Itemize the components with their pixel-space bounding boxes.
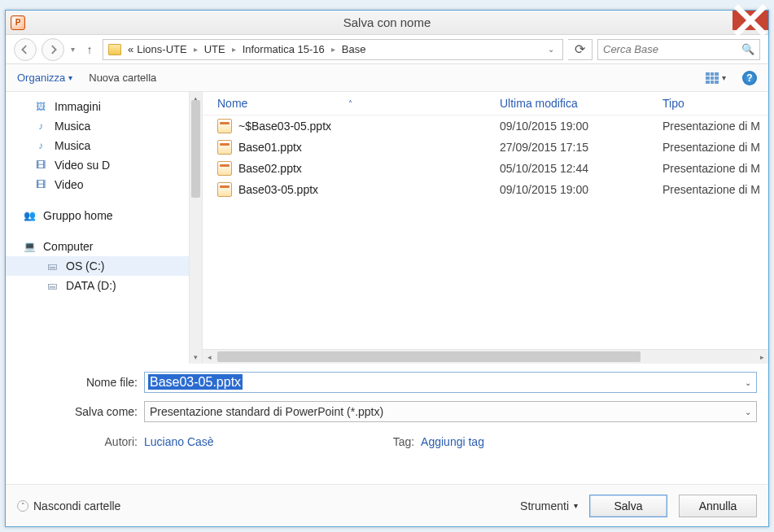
saveas-label: Salva come: [17, 405, 144, 418]
scroll-left-icon[interactable]: ◂ [203, 353, 216, 361]
tag-label: Tag: [393, 435, 421, 448]
save-button[interactable]: Salva [589, 495, 667, 517]
help-icon: ? [746, 72, 752, 84]
close-button[interactable] [732, 11, 768, 30]
chevron-down-icon: ⌄ [745, 408, 751, 416]
sidebar-item-label: Musica [55, 139, 90, 152]
organize-button[interactable]: Organizza ▾ [17, 72, 72, 84]
sidebar-item-label: Musica [55, 120, 90, 133]
breadcrumb-item[interactable]: Lions-UTE [137, 43, 186, 55]
computer-icon: 💻 [22, 240, 37, 253]
column-name[interactable]: Nome˄ [217, 97, 500, 110]
chevron-down-icon: ▾ [722, 73, 726, 82]
tools-dropdown[interactable]: Strumenti ▾ [520, 499, 578, 512]
file-modified: 09/10/2015 19:00 [500, 183, 662, 196]
breadcrumb-item[interactable]: Base [342, 43, 366, 55]
chevron-right-icon: ▸ [328, 45, 339, 54]
scroll-right-icon[interactable]: ▸ [755, 353, 768, 361]
breadcrumb-prefix: « [128, 43, 133, 55]
cancel-button[interactable]: Annulla [679, 495, 757, 517]
file-pane: Nome˄ Ultima modifica Tipo ~$Base03-05.p… [203, 92, 768, 364]
tag-value[interactable]: Aggiungi tag [421, 435, 484, 448]
sidebar-item-label: DATA (D:) [66, 279, 116, 292]
back-button[interactable] [14, 38, 37, 61]
drive-icon: 🖴 [45, 259, 59, 273]
sort-asc-icon: ˄ [348, 99, 352, 108]
arrow-left-icon [20, 45, 30, 55]
save-as-dialog: P Salva con nome ▾ ↑ « Lions-UTE ▸ UTE ▸… [5, 10, 769, 527]
view-options-button[interactable]: ▾ [706, 72, 726, 84]
dialog-body: 🖼Immagini ♪Musica ♪Musica 🎞Video su D 🎞V… [6, 92, 768, 364]
close-icon [732, 2, 768, 38]
new-folder-button[interactable]: Nuova cartella [89, 72, 156, 84]
history-dropdown[interactable]: ▾ [69, 45, 77, 54]
pptx-icon [217, 140, 232, 155]
address-dropdown[interactable]: ⌄ [544, 45, 558, 54]
scroll-down-icon[interactable]: ▾ [190, 351, 202, 364]
refresh-icon: ⟳ [575, 41, 585, 57]
video-icon: 🎞 [33, 159, 48, 172]
sidebar-item-label: OS (C:) [66, 259, 104, 273]
sidebar-item-label: Video su D [55, 159, 110, 172]
search-input[interactable] [603, 43, 741, 55]
refresh-button[interactable]: ⟳ [568, 39, 593, 60]
form-area: Nome file: Base03-05.pptx ⌄ Salva come: … [6, 364, 768, 448]
sidebar-item-homegroup[interactable]: 👥Gruppo home [6, 206, 202, 225]
file-name: ~$Base03-05.pptx [238, 120, 331, 133]
file-row[interactable]: Base03-05.pptx 09/10/2015 19:00 Presenta… [203, 179, 768, 200]
video-icon: 🎞 [33, 178, 48, 191]
address-bar[interactable]: « Lions-UTE ▸ UTE ▸ Informatica 15-16 ▸ … [103, 39, 563, 60]
filename-input[interactable]: Base03-05.pptx [145, 375, 738, 390]
hide-folders-button[interactable]: ˄ Nascondi cartelle [17, 499, 120, 512]
file-row[interactable]: Base01.pptx 27/09/2015 17:15 Presentazio… [203, 137, 768, 158]
breadcrumb-item[interactable]: Informatica 15-16 [243, 43, 325, 55]
dialog-footer: ˄ Nascondi cartelle Strumenti ▾ Salva An… [6, 484, 768, 526]
search-box[interactable]: 🔍 [597, 39, 760, 60]
forward-button[interactable] [42, 38, 64, 61]
column-type[interactable]: Tipo [662, 97, 768, 110]
navigation-row: ▾ ↑ « Lions-UTE ▸ UTE ▸ Informatica 15-1… [6, 35, 768, 64]
tools-label: Strumenti [520, 499, 569, 512]
horizontal-scrollbar[interactable]: ◂ ▸ [203, 349, 768, 364]
pptx-icon [217, 119, 232, 133]
file-modified: 27/09/2015 17:15 [500, 141, 662, 154]
authors-value[interactable]: Luciano Casè [144, 435, 214, 448]
sidebar-item-music[interactable]: ♪Musica [6, 136, 202, 155]
pptx-icon [217, 161, 232, 176]
music-icon: ♪ [33, 120, 48, 133]
filename-label: Nome file: [17, 376, 144, 389]
app-icon: P [11, 15, 25, 30]
column-modified[interactable]: Ultima modifica [500, 97, 662, 110]
sidebar-scrollbar[interactable]: ▴ ▾ [189, 92, 202, 364]
up-button[interactable]: ↑ [81, 43, 98, 56]
file-list-header: Nome˄ Ultima modifica Tipo [203, 92, 768, 116]
file-row[interactable]: ~$Base03-05.pptx 09/10/2015 19:00 Presen… [203, 116, 768, 137]
file-name: Base02.pptx [238, 162, 302, 175]
title-bar: P Salva con nome [6, 11, 768, 35]
chevron-down-icon: ▾ [68, 73, 72, 82]
sidebar-item-drive-c[interactable]: 🖴OS (C:) [6, 256, 202, 276]
filename-dropdown[interactable]: ⌄ [738, 378, 756, 387]
sidebar-item-computer[interactable]: 💻Computer [6, 237, 202, 256]
breadcrumb-item[interactable]: UTE [204, 43, 225, 55]
sidebar-item-pictures[interactable]: 🖼Immagini [6, 97, 202, 116]
help-button[interactable]: ? [742, 71, 757, 85]
sidebar-item-music[interactable]: ♪Musica [6, 116, 202, 136]
scrollbar-thumb[interactable] [191, 100, 200, 198]
saveas-combo[interactable]: Presentazione standard di PowerPoint (*.… [144, 401, 757, 422]
filename-value: Base03-05.pptx [148, 374, 243, 390]
file-row[interactable]: Base02.pptx 05/10/2015 12:44 Presentazio… [203, 158, 768, 179]
sidebar-item-label: Gruppo home [43, 209, 113, 222]
file-type: Presentazione di M [662, 141, 768, 154]
pictures-icon: 🖼 [33, 100, 48, 113]
sidebar-item-video-d[interactable]: 🎞Video su D [6, 155, 202, 175]
music-icon: ♪ [33, 139, 48, 152]
scrollbar-thumb[interactable] [217, 351, 641, 362]
file-name: Base01.pptx [238, 141, 302, 154]
sidebar-item-drive-d[interactable]: 🖴DATA (D:) [6, 276, 202, 295]
sidebar-item-video[interactable]: 🎞Video [6, 175, 202, 194]
file-type: Presentazione di M [662, 162, 768, 175]
arrow-right-icon [48, 45, 58, 55]
file-modified: 05/10/2015 12:44 [500, 162, 662, 175]
file-list: ~$Base03-05.pptx 09/10/2015 19:00 Presen… [203, 116, 768, 349]
